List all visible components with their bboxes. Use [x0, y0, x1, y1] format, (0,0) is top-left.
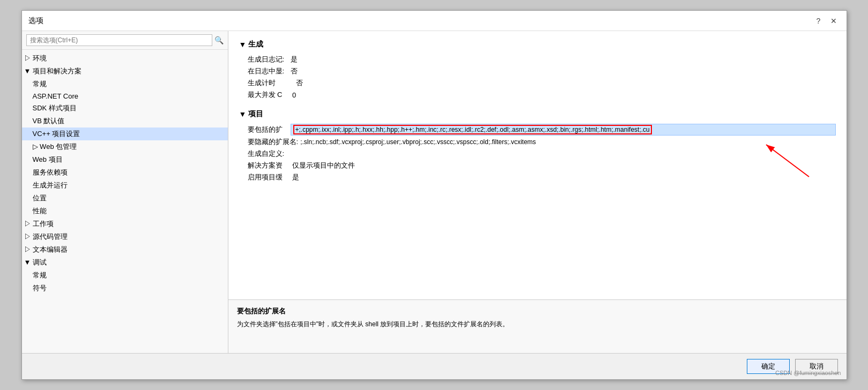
build-custom-label: 生成自定义:: [248, 149, 291, 159]
info-panel-title: 要包括的扩展名: [237, 306, 838, 316]
build-section-header: ▼ 生成: [239, 40, 836, 49]
project-section-content: 要包括的扩 +;.cppm;.ixx;.inl;.ipp;.h;.hxx;.hh…: [239, 123, 836, 183]
options-dialog: 选项 ? ✕ 🔍 ▷ 环境▼ 项目和解决方案常规ASP.NET CoreSDK …: [21, 10, 847, 380]
project-cache-row: 启用项目缓 是: [248, 171, 836, 183]
search-icon: 🔍: [214, 36, 224, 44]
search-input[interactable]: [26, 34, 212, 46]
ext-hide-row: 要隐藏的扩展名: ;.sln;.ncb;.sdf;.vcxproj;.cspro…: [248, 136, 836, 148]
dialog-body: 🔍 ▷ 环境▼ 项目和解决方案常规ASP.NET CoreSDK 样式项目VB …: [22, 31, 847, 353]
prop-row-maxconcurrent: 最大并发 C 0: [248, 89, 836, 101]
tree-item-debug-changgui[interactable]: 常规: [22, 269, 228, 282]
dialog-title: 选项: [28, 16, 43, 26]
tree-item-xiangmu-and-jiejue[interactable]: ▼ 项目和解决方案: [22, 65, 228, 78]
solution-filter-row: 解决方案资 仅显示项目中的文件: [248, 160, 836, 171]
ext-include-row: 要包括的扩 +;.cppm;.ixx;.inl;.ipp;.h;.hxx;.hh…: [248, 123, 836, 136]
tree-item-sdk-mode[interactable]: SDK 样式项目: [22, 102, 228, 115]
solution-filter-value: 仅显示项目中的文件: [291, 161, 355, 170]
close-button[interactable]: ✕: [827, 14, 840, 27]
prop-row-logdisplay: 在日志中显: 否: [248, 65, 836, 77]
project-collapse-icon: ▼: [239, 110, 247, 118]
red-highlight-box: +;.cppm;.ixx;.inl;.ipp;.h;.hxx;.hh;.hpp;…: [293, 125, 652, 134]
prop-value-timing: 否: [291, 78, 303, 88]
tree-item-build-run[interactable]: 生成并运行: [22, 179, 228, 192]
left-panel: 🔍 ▷ 环境▼ 项目和解决方案常规ASP.NET CoreSDK 样式项目VB …: [22, 31, 228, 353]
build-section-title: 生成: [248, 40, 263, 49]
info-panel: 要包括的扩展名 为文件夹选择"包括在项目中"时，或文件夹从 shell 放到项目…: [228, 299, 847, 353]
tree-item-debug-fuhao[interactable]: 符号: [22, 282, 228, 295]
prop-label-log: 生成日志记:: [248, 55, 291, 64]
tree-item-work-items[interactable]: ▷ 工作项: [22, 218, 228, 230]
ext-include-label: 要包括的扩: [248, 125, 291, 134]
build-section-content: 生成日志记: 是 在日志中显: 否 生成计时 否 最大并发 C 0: [239, 54, 836, 101]
dialog-footer: 确定 取消: [22, 353, 847, 379]
content-area: ▼ 生成 生成日志记: 是 在日志中显: 否 生成计时 否: [228, 31, 847, 299]
ext-include-value[interactable]: +;.cppm;.ixx;.inl;.ipp;.h;.hxx;.hh;.hpp;…: [291, 124, 836, 136]
ext-hide-value[interactable]: ;.sln;.ncb;.sdf;.vcxproj;.csproj;.user;.…: [298, 138, 835, 146]
project-cache-value: 是: [291, 172, 300, 182]
prop-value-logdisplay: 否: [291, 66, 298, 76]
tree-container: ▷ 环境▼ 项目和解决方案常规ASP.NET CoreSDK 样式项目VB 默认…: [22, 50, 228, 353]
tree-item-text-editor[interactable]: ▷ 文本编辑器: [22, 243, 228, 256]
watermark: CSDN @fumingxiaoshen: [775, 370, 841, 376]
help-button[interactable]: ?: [812, 14, 825, 27]
tree-item-debug[interactable]: ▼ 调试: [22, 256, 228, 269]
tree-item-web-package[interactable]: ▷ Web 包管理: [22, 140, 228, 153]
tree-item-source-control[interactable]: ▷ 源代码管理: [22, 230, 228, 243]
prop-row-timing: 生成计时 否: [248, 77, 836, 89]
info-panel-description: 为文件夹选择"包括在项目中"时，或文件夹从 shell 放到项目上时，要包括的文…: [237, 319, 838, 329]
tree-item-web-project[interactable]: Web 项目: [22, 153, 228, 166]
prop-row-log: 生成日志记: 是: [248, 54, 836, 65]
build-custom-row: 生成自定义:: [248, 148, 836, 160]
prop-value-maxconcurrent: 0: [291, 91, 296, 99]
tree-item-performance[interactable]: 性能: [22, 205, 228, 218]
tree-item-vb-default[interactable]: VB 默认值: [22, 115, 228, 128]
project-cache-label: 启用项目缓: [248, 172, 291, 182]
tree-item-location[interactable]: 位置: [22, 192, 228, 205]
tree-item-vcpp[interactable]: VC++ 项目设置: [22, 128, 228, 140]
prop-label-timing: 生成计时: [248, 78, 291, 88]
prop-label-maxconcurrent: 最大并发 C: [248, 90, 291, 100]
solution-filter-label: 解决方案资: [248, 161, 291, 170]
build-collapse-icon: ▼: [239, 40, 247, 49]
tree-item-huanjing[interactable]: ▷ 环境: [22, 52, 228, 65]
tree-item-changgui[interactable]: 常规: [22, 78, 228, 91]
tree-item-aspnetcore[interactable]: ASP.NET Core: [22, 91, 228, 102]
prop-label-logdisplay: 在日志中显:: [248, 66, 291, 76]
titlebar: 选项 ? ✕: [22, 11, 847, 31]
project-section-header: ▼ 项目: [239, 109, 836, 119]
titlebar-buttons: ? ✕: [812, 14, 840, 27]
project-section-title: 项目: [248, 109, 263, 119]
tree-item-service-dep[interactable]: 服务依赖项: [22, 166, 228, 179]
prop-value-log: 是: [291, 55, 298, 64]
search-box: 🔍: [22, 31, 228, 50]
ext-hide-label: 要隐藏的扩展名:: [248, 137, 299, 147]
right-panel: ▼ 生成 生成日志记: 是 在日志中显: 否 生成计时 否: [228, 31, 847, 353]
